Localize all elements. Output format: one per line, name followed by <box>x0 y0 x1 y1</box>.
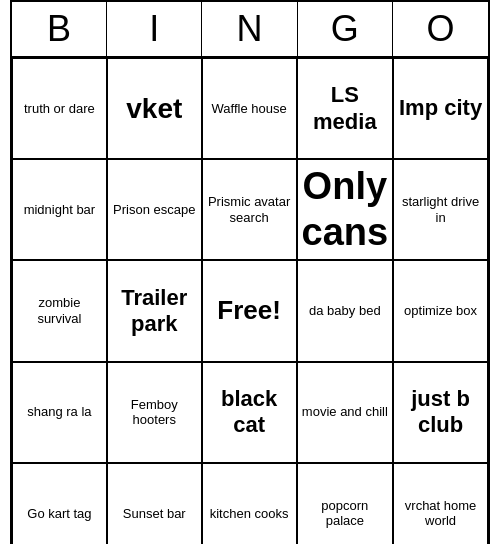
bingo-cell-3: LS media <box>297 58 394 159</box>
bingo-cell-24: vrchat home world <box>393 463 488 544</box>
bingo-cell-11: Trailer park <box>107 260 202 361</box>
bingo-cell-10: zombie survival <box>12 260 107 361</box>
bingo-cell-8: Only cans <box>297 159 394 260</box>
bingo-cell-23: popcorn palace <box>297 463 394 544</box>
bingo-cell-13: da baby bed <box>297 260 394 361</box>
bingo-cell-17: black cat <box>202 362 297 463</box>
bingo-cell-16: Femboy hooters <box>107 362 202 463</box>
bingo-cell-12: Free! <box>202 260 297 361</box>
bingo-cell-21: Sunset bar <box>107 463 202 544</box>
bingo-letter-N: N <box>202 2 297 56</box>
bingo-cell-5: midnight bar <box>12 159 107 260</box>
bingo-cell-2: Waffle house <box>202 58 297 159</box>
bingo-cell-19: just b club <box>393 362 488 463</box>
bingo-cell-14: optimize box <box>393 260 488 361</box>
bingo-cell-20: Go kart tag <box>12 463 107 544</box>
bingo-cell-22: kitchen cooks <box>202 463 297 544</box>
bingo-cell-4: Imp city <box>393 58 488 159</box>
bingo-cell-7: Prismic avatar search <box>202 159 297 260</box>
bingo-cell-6: Prison escape <box>107 159 202 260</box>
bingo-letter-G: G <box>298 2 393 56</box>
bingo-letter-I: I <box>107 2 202 56</box>
bingo-cell-0: truth or dare <box>12 58 107 159</box>
bingo-header: BINGO <box>12 2 488 58</box>
bingo-cell-18: movie and chill <box>297 362 394 463</box>
bingo-cell-9: starlight drive in <box>393 159 488 260</box>
bingo-cell-15: shang ra la <box>12 362 107 463</box>
bingo-letter-O: O <box>393 2 488 56</box>
bingo-cell-1: vket <box>107 58 202 159</box>
bingo-letter-B: B <box>12 2 107 56</box>
bingo-card: BINGO truth or darevketWaffle houseLS me… <box>10 0 490 544</box>
bingo-grid: truth or darevketWaffle houseLS mediaImp… <box>12 58 488 544</box>
